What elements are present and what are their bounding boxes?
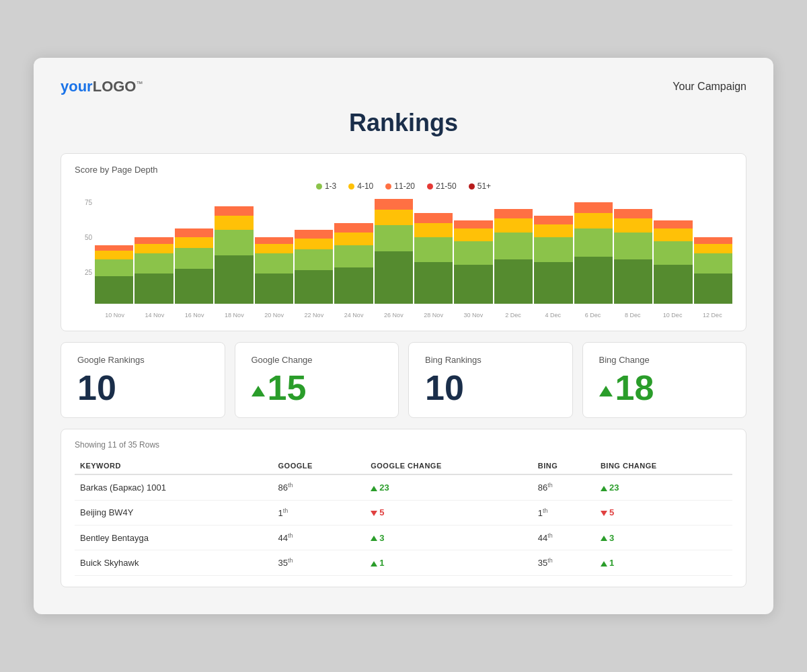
legend-label-1-3: 1-3 [325, 181, 336, 191]
campaign-label: Your Campaign [672, 81, 746, 93]
bar-segment [375, 199, 413, 210]
metric-label-google-change: Google Change [252, 355, 383, 365]
legend-item-4-10: 4-10 [348, 181, 373, 191]
bar-segment [654, 265, 692, 304]
bar-segment [614, 209, 652, 219]
bar-segment [654, 241, 692, 265]
chart-card: Score by Page Depth 1-3 4-10 11-20 21-50… [61, 153, 746, 331]
metric-label-bing-change: Bing Change [599, 355, 730, 365]
legend-dot-21-50 [427, 183, 433, 190]
x-label: 14 Nov [134, 312, 174, 319]
cell-bing-change: 1 [595, 550, 732, 575]
bar-segment [95, 251, 133, 259]
bar-group [375, 199, 413, 304]
logo: yourLOGO™ [61, 78, 143, 95]
metric-value-google-change: 15 [252, 370, 383, 405]
col-bing: BING [533, 458, 595, 474]
table-body: Barkas (Баркас) 1001 86th 23 86th 23 Bei… [75, 474, 732, 575]
bar-group [494, 199, 533, 304]
x-label: 10 Dec [653, 312, 693, 319]
bar-group [534, 199, 572, 304]
bar-segment [494, 233, 533, 259]
bar-group [654, 199, 692, 304]
bar-group [175, 199, 213, 304]
arrow-up-google-change [252, 386, 265, 396]
bar-segment [255, 237, 293, 244]
metric-card-google-rankings: Google Rankings 10 [61, 342, 225, 418]
metric-value-bing-rankings: 10 [425, 370, 556, 405]
legend-label-11-20: 11-20 [394, 181, 415, 191]
chart-title: Score by Page Depth [75, 165, 732, 175]
bar-segment [614, 233, 652, 259]
bar-group [694, 199, 732, 304]
bar-segment [494, 259, 533, 304]
bar-segment [255, 253, 293, 273]
bar-segment [574, 257, 613, 304]
bar-segment [694, 274, 732, 304]
bar-segment [414, 223, 453, 237]
x-label: 4 Dec [533, 312, 573, 319]
bar-segment [255, 244, 293, 254]
bar-segment [134, 244, 173, 254]
arrow-up-icon [371, 486, 377, 491]
bar-segment [255, 274, 293, 304]
cell-bing: 86th [533, 474, 595, 500]
cell-bing-change: 23 [595, 474, 732, 500]
table-row: Barkas (Баркас) 1001 86th 23 86th 23 [75, 474, 732, 500]
bar-segment [375, 225, 413, 251]
y-label-75: 75 [85, 199, 92, 206]
bar-segment [175, 248, 213, 269]
col-keyword: KEYWORD [75, 458, 273, 474]
legend-dot-4-10 [348, 183, 354, 190]
bar-segment [494, 209, 533, 219]
metric-label-google-rankings: Google Rankings [77, 355, 208, 365]
cell-google-change: 5 [365, 500, 533, 525]
col-google-change: GOOGLE CHANGE [365, 458, 533, 474]
bar-segment [574, 213, 613, 228]
bar-segment [134, 253, 173, 273]
bar-segment [215, 206, 253, 216]
logo-plain: your [61, 78, 93, 95]
y-label-25: 25 [85, 269, 92, 276]
cell-google: 35th [273, 550, 366, 575]
arrow-up-bing-change [599, 386, 613, 396]
x-label: 20 Nov [254, 312, 294, 319]
bar-segment [134, 274, 173, 304]
x-label: 10 Nov [95, 312, 134, 319]
legend-label-4-10: 4-10 [357, 181, 373, 191]
bar-segment [694, 244, 732, 254]
logo-tm: ™ [136, 80, 143, 87]
x-label: 22 Nov [294, 312, 334, 319]
table-subtitle: Showing 11 of 35 Rows [75, 440, 732, 450]
table-row: Beijing BW4Y 1th 5 1th 5 [75, 500, 732, 525]
x-axis-labels: 10 Nov14 Nov16 Nov18 Nov20 Nov22 Nov24 N… [95, 312, 732, 319]
legend-label-51plus: 51+ [477, 181, 491, 191]
arrow-up-icon [601, 536, 607, 541]
cell-google: 44th [273, 526, 366, 550]
col-google: GOOGLE [273, 458, 366, 474]
metric-card-bing-change: Bing Change 18 [582, 342, 747, 418]
bar-group [454, 199, 492, 304]
y-axis-labels: 75 50 25 [75, 199, 92, 304]
legend-item-11-20: 11-20 [385, 181, 415, 191]
bar-segment [295, 249, 333, 270]
bar-segment [534, 216, 572, 224]
bar-segment [534, 237, 572, 262]
page-container: yourLOGO™ Your Campaign Rankings Score b… [34, 58, 773, 614]
metric-value-google-rankings: 10 [77, 370, 208, 405]
bar-group [414, 199, 453, 304]
cell-google: 1th [273, 500, 366, 525]
x-label: 12 Dec [693, 312, 732, 319]
arrow-up-icon [371, 536, 377, 541]
arrow-down-icon [371, 511, 377, 516]
bar-group [614, 199, 652, 304]
bar-segment [654, 228, 692, 241]
chart-legend: 1-3 4-10 11-20 21-50 51+ [75, 181, 732, 191]
bar-segment [134, 237, 173, 244]
bar-segment [334, 267, 373, 304]
legend-item-51plus: 51+ [469, 181, 491, 191]
bar-segment [454, 265, 492, 304]
arrow-down-icon [601, 511, 607, 516]
bar-segment [454, 220, 492, 228]
x-label: 24 Nov [334, 312, 374, 319]
